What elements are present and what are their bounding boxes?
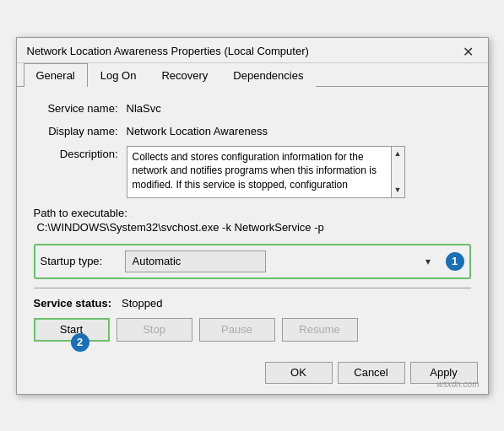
path-section: Path to executable: C:\WINDOWS\System32\… [34,207,471,234]
action-buttons-row: Start 2 Stop Pause Resume [34,318,471,342]
title-bar: Network Location Awareness Properties (L… [17,38,488,63]
description-box: Collects and stores configuration inform… [127,146,405,198]
path-value: C:\WINDOWS\System32\svchost.exe -k Netwo… [34,221,471,234]
description-row: Description: Collects and stores configu… [34,146,471,198]
tab-general[interactable]: General [24,63,88,87]
start-badge: 2 [71,333,89,352]
tab-bar: General Log On Recovery Dependencies [17,63,488,87]
watermark: wsxdn.com [436,380,479,389]
tab-dependencies[interactable]: Dependencies [220,63,316,87]
service-status-value: Stopped [122,297,162,310]
description-scrollbar[interactable]: ▲ ▼ [391,147,404,197]
display-name-value: Network Location Awareness [127,123,268,137]
close-button[interactable]: ✕ [459,43,478,62]
properties-dialog: Network Location Awareness Properties (L… [16,37,489,395]
stop-button[interactable]: Stop [117,318,192,342]
startup-label: Startup type: [41,255,125,267]
start-btn-wrapper: Start 2 [34,318,110,342]
tab-logon[interactable]: Log On [88,63,149,87]
service-status-label: Service status: [34,297,112,310]
startup-select-wrapper: Automatic Automatic (Delayed Start) Manu… [125,251,437,272]
display-name-label: Display name: [34,123,127,137]
resume-button[interactable]: Resume [282,318,358,342]
description-label: Description: [34,146,127,160]
startup-row: Startup type: Automatic Automatic (Delay… [34,244,471,279]
startup-type-select[interactable]: Automatic Automatic (Delayed Start) Manu… [125,251,266,272]
service-name-value: NlaSvc [127,100,161,115]
path-label: Path to executable: [34,207,471,219]
display-name-row: Display name: Network Location Awareness [34,123,471,137]
tab-recovery[interactable]: Recovery [149,63,220,87]
service-name-row: Service name: NlaSvc [34,100,471,115]
description-text: Collects and stores configuration inform… [133,150,399,192]
startup-badge: 1 [446,252,464,271]
cancel-button[interactable]: Cancel [338,362,405,384]
scroll-up-icon[interactable]: ▲ [393,147,404,161]
status-row: Service status: Stopped [34,297,471,310]
dialog-title: Network Location Awareness Properties (L… [27,45,309,62]
pause-button[interactable]: Pause [199,318,275,342]
general-tab-content: Service name: NlaSvc Display name: Netwo… [17,87,488,355]
scroll-down-icon[interactable]: ▼ [393,183,404,197]
bottom-buttons: OK Cancel Apply [17,355,488,394]
divider [34,288,471,288]
ok-button[interactable]: OK [265,362,333,384]
service-name-label: Service name: [34,100,127,115]
